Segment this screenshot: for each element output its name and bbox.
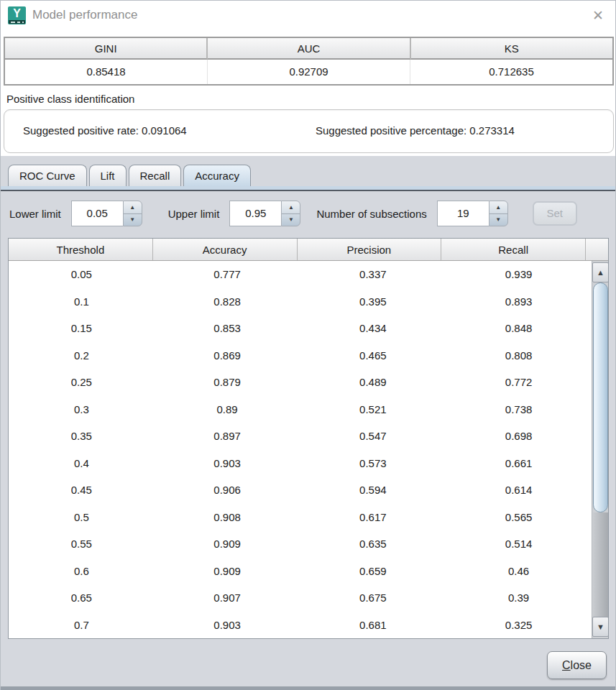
table-cell: 0.635 [300,538,446,550]
spinner-down-icon[interactable]: ▼ [124,214,142,226]
upper-limit-spinner: 0.95 ▲ ▼ [229,201,300,226]
table-row[interactable]: 0.20.8690.4650.808 [9,342,592,369]
table-row[interactable]: 0.450.9060.5940.614 [9,477,592,504]
upper-limit-spin-buttons: ▲ ▼ [281,201,300,226]
metrics-header-cell: AUC [208,38,410,60]
tab-recall[interactable]: Recall [129,165,182,186]
metrics-value-cell: 0.85418 [5,60,208,84]
lower-limit-input[interactable]: 0.05 [71,201,123,226]
spinner-up-icon[interactable]: ▲ [124,201,142,214]
table-cell: 0.939 [446,268,592,280]
table-cell: 0.772 [446,376,592,388]
scrollbar-track[interactable] [593,512,608,617]
column-header[interactable]: Recall [441,239,586,260]
set-button[interactable]: Set [533,201,577,226]
table-cell: 0.614 [446,484,592,496]
table-cell: 0.869 [155,349,300,362]
table-cell: 0.661 [446,457,592,469]
close-button[interactable]: Close [547,651,607,679]
table-cell: 0.909 [155,538,300,550]
table-cell: 0.2 [9,349,155,362]
table-cell: 0.514 [446,538,592,550]
table-cell: 0.617 [300,511,446,523]
metrics-header-cell: GINI [5,38,208,60]
spinner-up-icon[interactable]: ▲ [282,201,300,214]
table-row[interactable]: 0.60.9090.6590.46 [9,558,592,585]
metrics-value-cell: 0.92709 [208,60,410,84]
table-cell: 0.55 [9,538,155,550]
table-cell: 0.4 [9,457,155,469]
metrics-value-cell: 0.712635 [410,60,612,84]
table-cell: 0.15 [9,322,155,334]
titlebar: Y Model performance ✕ [1,1,615,31]
metrics-value-row: 0.854180.927090.712635 [5,60,612,84]
table-cell: 0.879 [155,376,300,388]
table-cell: 0.777 [155,268,300,280]
table-cell: 0.7 [9,619,155,631]
app-icon-letter: Y [8,6,26,20]
table-cell: 0.909 [155,565,300,577]
subsections-input[interactable]: 19 [437,201,489,226]
table-row[interactable]: 0.50.9080.6170.565 [9,504,592,531]
table-row[interactable]: 0.40.9030.5730.661 [9,450,592,477]
table-cell: 0.848 [446,322,592,334]
table-cell: 0.853 [155,322,300,334]
upper-limit-input[interactable]: 0.95 [229,201,281,226]
metrics-table: GINIAUCKS 0.854180.927090.712635 [4,37,614,86]
subsections-label: Number of subsections [316,208,426,220]
table-cell: 0.681 [300,619,446,631]
table-cell: 0.325 [446,619,592,631]
suggested-positive-rate: Suggested positive rate: 0.091064 [23,124,187,137]
positive-class-label: Positive class identification [6,93,134,105]
app-icon-strip [9,20,25,24]
table-cell: 0.903 [155,619,300,631]
table-cell: 0.594 [300,484,446,496]
table-cell: 0.46 [446,565,592,577]
subsections-spin-buttons: ▲ ▼ [489,201,508,226]
table-cell: 0.897 [155,430,300,442]
column-header[interactable]: Threshold [9,239,153,260]
tab-roc-curve[interactable]: ROC Curve [8,165,87,186]
table-cell: 0.434 [300,322,446,334]
table-row[interactable]: 0.70.9030.6810.325 [9,612,592,639]
table-cell: 0.337 [300,268,446,280]
table-cell: 0.698 [446,430,592,442]
table-cell: 0.828 [155,295,300,308]
close-icon[interactable]: ✕ [588,6,608,25]
scrollbar-down-icon[interactable]: ▼ [592,617,608,637]
column-header[interactable]: Accuracy [153,239,298,260]
table-cell: 0.3 [9,403,155,415]
table-row[interactable]: 0.150.8530.4340.848 [9,315,592,342]
column-header[interactable]: Precision [298,239,442,260]
table-cell: 0.35 [9,430,155,442]
table-cell: 0.808 [446,349,592,362]
table-cell: 0.893 [446,295,592,308]
rows-holder: 0.050.7770.3370.9390.10.8280.3950.8930.1… [9,261,608,638]
table-cell: 0.05 [9,268,155,280]
vertical-scrollbar[interactable]: ▲ ▼ [592,261,608,638]
table-row[interactable]: 0.250.8790.4890.772 [9,369,592,396]
table-cell: 0.907 [155,592,300,604]
lower-limit-spinner: 0.05 ▲ ▼ [71,201,142,226]
table-row[interactable]: 0.10.8280.3950.893 [9,288,592,316]
table-cell: 0.903 [155,457,300,469]
scrollbar-up-icon[interactable]: ▲ [592,262,608,282]
tab-lift[interactable]: Lift [89,165,127,186]
accuracy-table-body: 0.050.7770.3370.9390.10.8280.3950.8930.1… [9,261,608,638]
table-row[interactable]: 0.050.7770.3370.939 [9,261,592,288]
table-row[interactable]: 0.30.890.5210.738 [9,396,592,423]
spinner-down-icon[interactable]: ▼ [489,214,507,226]
table-row[interactable]: 0.350.8970.5470.698 [9,423,592,450]
table-cell: 0.5 [9,511,155,523]
table-cell: 0.908 [155,511,300,523]
spinner-down-icon[interactable]: ▼ [282,214,300,226]
scrollbar-thumb[interactable] [593,282,608,512]
spinner-up-icon[interactable]: ▲ [489,201,507,214]
table-cell: 0.89 [155,403,300,415]
table-cell: 0.565 [446,511,592,523]
accuracy-table-header: ThresholdAccuracyPrecisionRecall [9,239,608,261]
table-row[interactable]: 0.550.9090.6350.514 [9,530,592,558]
tab-accuracy[interactable]: Accuracy [183,165,251,186]
table-row[interactable]: 0.650.9070.6750.39 [9,584,592,612]
table-cell: 0.25 [9,376,155,388]
